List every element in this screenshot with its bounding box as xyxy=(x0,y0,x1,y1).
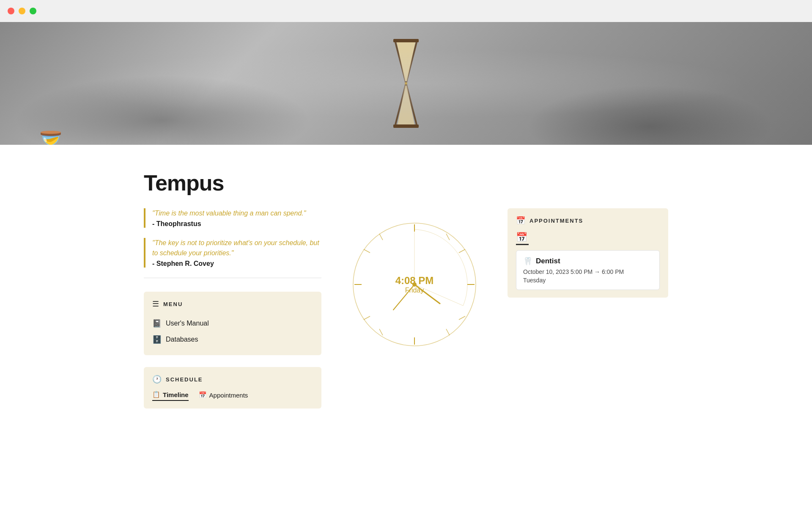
appt-icon-row: 📅 xyxy=(516,232,660,245)
maximize-button[interactable] xyxy=(30,8,36,14)
svg-line-14 xyxy=(379,234,383,240)
quote-block-2: "The key is not to prioritize what's on … xyxy=(144,238,321,268)
users-manual-icon: 📓 xyxy=(152,319,162,328)
tab-bar: 📋 Timeline 📅 Appointments xyxy=(152,391,313,401)
menu-label: MENU xyxy=(163,301,183,307)
appointments-header-label: APPOINTMENTS xyxy=(529,218,583,224)
quote-author-1: - Theophrastus xyxy=(152,220,321,228)
dentist-icon: 🦷 xyxy=(523,257,532,266)
left-divider xyxy=(144,278,321,278)
menu-item-databases[interactable]: 🗄️ Databases xyxy=(152,331,313,348)
appointments-section: 📅 APPOINTMENTS 📅 🦷 Dentist October 10, 2… xyxy=(508,208,668,298)
tab-timeline[interactable]: 📋 Timeline xyxy=(152,391,189,401)
quote-block-1: "Time is the most valuable thing a man c… xyxy=(144,208,321,228)
center-column: 4:08 PM Friday xyxy=(347,208,482,409)
tab-timeline-label: Timeline xyxy=(163,391,189,398)
svg-line-16 xyxy=(459,249,465,253)
menu-item-users-manual[interactable]: 📓 User's Manual xyxy=(152,315,313,331)
tab-appointments[interactable]: 📅 Appointments xyxy=(199,391,248,401)
right-column: 📅 APPOINTMENTS 📅 🦷 Dentist October 10, 2… xyxy=(508,208,668,409)
clock-container: 4:08 PM Friday xyxy=(347,217,482,352)
appt-time-dentist: October 10, 2023 5:00 PM → 6:00 PM xyxy=(523,268,653,275)
menu-section: ☰ MENU 📓 User's Manual 🗄️ Databases xyxy=(144,292,321,355)
titlebar xyxy=(0,0,812,22)
menu-lines-icon: ☰ xyxy=(152,299,159,309)
quote-author-2: - Stephen R. Covey xyxy=(152,260,321,268)
appointments-header: 📅 APPOINTMENTS xyxy=(516,216,660,225)
menu-header: ☰ MENU xyxy=(152,299,313,309)
quote-text-2: "The key is not to prioritize what's on … xyxy=(152,238,321,258)
appt-day-dentist: Tuesday xyxy=(523,277,653,284)
appt-title-dentist: 🦷 Dentist xyxy=(523,257,653,266)
close-button[interactable] xyxy=(8,8,14,14)
page-content: Tempus "Time is the most valuable thing … xyxy=(110,145,702,434)
svg-line-19 xyxy=(379,329,383,335)
svg-line-23 xyxy=(393,284,414,310)
svg-line-17 xyxy=(364,316,370,320)
appointments-calendar-icon: 📅 xyxy=(516,216,525,225)
schedule-clock-icon: 🕐 xyxy=(152,375,162,384)
schedule-section: 🕐 SCHEDULE 📋 Timeline 📅 Appointments xyxy=(144,367,321,409)
svg-line-15 xyxy=(446,329,450,335)
main-layout: "Time is the most valuable thing a man c… xyxy=(144,208,668,434)
svg-line-21 xyxy=(364,249,370,253)
svg-line-18 xyxy=(446,234,450,240)
schedule-label: SCHEDULE xyxy=(166,376,203,383)
svg-point-24 xyxy=(412,282,417,287)
page-icon: ⏳ xyxy=(34,130,68,145)
timeline-icon: 📋 xyxy=(152,391,160,398)
databases-icon: 🗄️ xyxy=(152,335,162,344)
left-column: "Time is the most valuable thing a man c… xyxy=(144,208,321,409)
tab-appointments-label: Appointments xyxy=(209,392,248,399)
appointments-tab-icon: 📅 xyxy=(199,391,207,399)
clock-wrapper: 4:08 PM Friday xyxy=(347,217,482,352)
hero-banner: ⏳ xyxy=(0,22,812,145)
menu-item-databases-label: Databases xyxy=(166,336,198,343)
schedule-header: 🕐 SCHEDULE xyxy=(152,375,313,384)
page-title: Tempus xyxy=(144,170,668,196)
appt-name-dentist: Dentist xyxy=(536,257,560,265)
clock-svg xyxy=(347,217,482,352)
appointment-card-dentist[interactable]: 🦷 Dentist October 10, 2023 5:00 PM → 6:0… xyxy=(516,250,660,290)
appt-cal-small-icon: 📅 xyxy=(516,232,527,243)
minimize-button[interactable] xyxy=(19,8,25,14)
menu-item-users-manual-label: User's Manual xyxy=(166,320,209,327)
svg-line-20 xyxy=(459,316,465,320)
quote-text-1: "Time is the most valuable thing a man c… xyxy=(152,208,321,218)
